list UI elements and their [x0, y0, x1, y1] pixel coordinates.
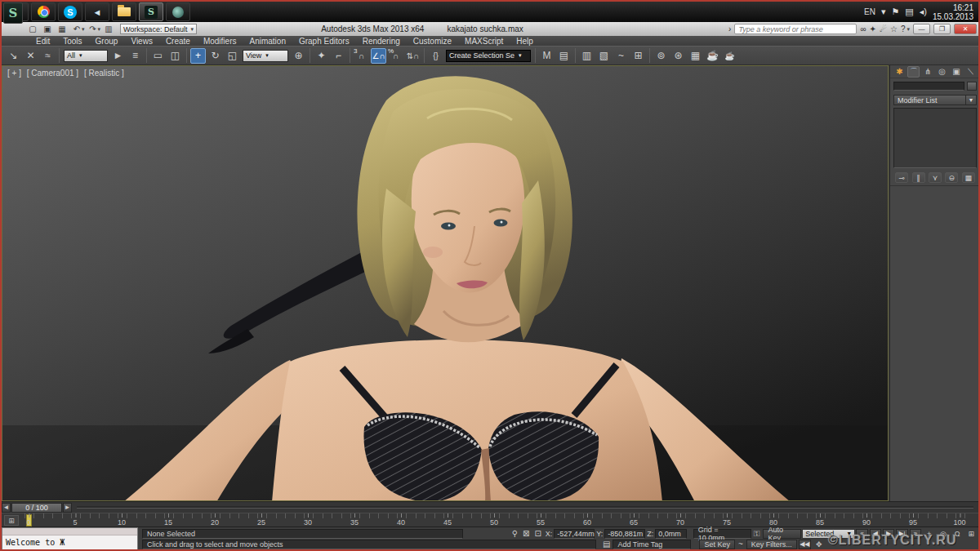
save-file-button[interactable]: ▦ [56, 24, 69, 35]
render-iterative-teapot-icon[interactable]: ☕ [722, 48, 737, 64]
redo-flyout-icon[interactable]: ▾ [98, 26, 101, 33]
configure-modifier-sets-icon[interactable]: ▦ [962, 172, 975, 183]
isolate-selection-icon[interactable]: ⚲ [512, 529, 518, 538]
pin-stack-icon[interactable]: ⊸ [895, 172, 908, 183]
menu-item-modifiers[interactable]: Modifiers [197, 37, 243, 46]
menu-item-help[interactable]: Help [510, 37, 540, 46]
select-object-icon[interactable]: ► [110, 48, 126, 64]
named-selection-set-combo[interactable]: Create Selection Se ▾ [446, 50, 531, 62]
select-and-rotate-icon[interactable]: ↻ [207, 48, 223, 64]
welcome-window[interactable]: Welcome to Ж [2, 527, 138, 550]
camera-viewport[interactable]: [ + ] [ Camera001 ] [ Realistic ] [2, 65, 889, 501]
key-mode-toggle-button[interactable]: ◀◀ [799, 540, 811, 549]
absolute-mode-icon[interactable]: ⊡ [534, 529, 541, 538]
tab-hierarchy[interactable]: ⋔ [922, 66, 934, 78]
screen-capture-icon[interactable] [166, 2, 190, 21]
select-by-name-icon[interactable]: ≡ [127, 48, 143, 64]
menu-item-views[interactable]: Views [124, 37, 159, 46]
time-slider-handle[interactable]: 0 / 100 [11, 503, 62, 513]
time-ruler[interactable]: ⊞ 05101520253035404550556065707580859095… [2, 513, 978, 527]
schematic-view-icon[interactable]: ⊞ [630, 48, 646, 64]
time-tag-note-icon[interactable]: ▤ [603, 540, 610, 549]
network-flag-icon[interactable]: ⚑ [891, 7, 899, 17]
x-coordinate-field[interactable]: -527,44mm [554, 529, 595, 539]
open-file-button[interactable]: ▣ [41, 24, 54, 35]
select-and-link-icon[interactable]: ↘ [6, 48, 21, 64]
workspace-selector[interactable]: Workspace: Default ▾ [120, 24, 197, 34]
maximize-viewport-icon[interactable]: ⊞ [965, 529, 978, 539]
new-scene-button[interactable]: ▢ [26, 24, 39, 35]
project-folder-button[interactable]: ▥ [102, 24, 115, 35]
select-and-move-icon[interactable]: + [190, 48, 206, 64]
align-icon[interactable]: ▤ [556, 48, 572, 64]
object-color-swatch[interactable] [967, 82, 977, 91]
skype-icon[interactable]: S [58, 2, 82, 21]
manage-layers-icon[interactable]: ▥ [579, 48, 595, 64]
explorer-folder-icon[interactable] [112, 2, 136, 21]
unlink-selection-icon[interactable]: ✕ [23, 48, 38, 64]
angle-snap-toggle-icon[interactable]: ∠∩ [371, 48, 386, 64]
minimize-button[interactable]: — [913, 24, 930, 34]
selection-lock-icon[interactable]: ⊠ [523, 529, 529, 538]
restore-button[interactable]: ❐ [933, 24, 951, 34]
menu-item-group[interactable]: Group [89, 37, 125, 46]
menu-item-maxscript[interactable]: MAXScript [458, 37, 510, 46]
previous-frame-arrow[interactable]: ◄ [2, 503, 11, 513]
new-key-curve-icon[interactable]: ~ [738, 540, 743, 549]
subscription-key-icon[interactable]: ✦ [870, 24, 876, 33]
selection-filter-combo[interactable]: All ▾ [64, 50, 108, 62]
auto-key-button[interactable]: Auto Key [763, 529, 801, 539]
search-binoculars-icon[interactable]: ∞ [860, 24, 866, 33]
bind-to-space-warp-icon[interactable]: ≈ [40, 48, 56, 64]
close-button[interactable]: ✕ [954, 24, 977, 34]
z-coordinate-field[interactable]: 0,0mm [655, 529, 686, 539]
render-setup-icon[interactable]: ⊛ [670, 48, 686, 64]
search-expand-icon[interactable]: › [728, 24, 731, 33]
edit-named-selection-sets-icon[interactable]: {} [428, 48, 443, 64]
menu-item-edit[interactable]: Edit [29, 37, 56, 46]
viewport-shading-menu[interactable]: [ Realistic ] [84, 69, 124, 78]
modifier-stack[interactable] [893, 108, 977, 168]
material-editor-icon[interactable]: ⊚ [653, 48, 669, 64]
tab-create[interactable]: ✱ [893, 66, 906, 78]
tab-display[interactable]: ▣ [951, 66, 963, 78]
time-slider-groove[interactable] [77, 506, 973, 509]
key-filters-button[interactable]: Key Filters... [746, 540, 797, 549]
remove-modifier-icon[interactable]: ⊖ [945, 172, 958, 183]
viewport-pov-menu[interactable]: [ Camera001 ] [27, 69, 78, 78]
keyboard-shortcut-override-icon[interactable]: ⌐ [331, 48, 346, 64]
language-indicator[interactable]: EN [864, 7, 875, 16]
pan-viewport-icon[interactable]: ✥ [813, 540, 826, 549]
percent-snap-toggle-icon[interactable]: %∩ [388, 48, 403, 64]
modifier-list-combo[interactable]: Modifier List ▼ [893, 95, 977, 105]
chrome-icon[interactable] [31, 2, 56, 21]
media-player-icon[interactable]: ◄ [85, 2, 109, 21]
y-coordinate-field[interactable]: -850,881m [604, 529, 645, 539]
action-center-icon[interactable]: ▤ [905, 7, 913, 17]
viewport-general-menu[interactable]: [ + ] [7, 69, 21, 78]
reference-coordinate-combo[interactable]: View ▾ [243, 50, 288, 62]
menu-item-customize[interactable]: Customize [407, 37, 458, 46]
rectangular-selection-region-icon[interactable]: ▭ [150, 48, 166, 64]
make-unique-icon[interactable]: ⋎ [929, 172, 942, 183]
menu-item-tools[interactable]: Tools [56, 37, 88, 46]
3ds-max-application-button[interactable]: S [3, 2, 23, 24]
speaker-icon[interactable]: ◂) [920, 7, 927, 17]
next-frame-arrow[interactable]: ► [63, 503, 72, 513]
3ds-max-taskbar-icon[interactable]: S [139, 2, 163, 21]
menu-item-graph-editors[interactable]: Graph Editors [292, 37, 356, 46]
menu-item-animation[interactable]: Animation [243, 37, 292, 46]
select-and-scale-icon[interactable]: ◱ [225, 48, 240, 64]
set-key-button[interactable]: Set Key [699, 540, 735, 549]
object-name-field[interactable] [893, 82, 964, 91]
help-caret-icon[interactable]: ▾ [906, 26, 910, 33]
search-input[interactable] [734, 24, 857, 34]
undo-flyout-icon[interactable]: ▾ [82, 26, 85, 33]
open-mini-curve-editor-button[interactable]: ⊞ [4, 515, 19, 526]
rendered-frame-window-icon[interactable]: ▦ [688, 48, 703, 64]
select-and-manipulate-icon[interactable]: ✦ [314, 48, 329, 64]
window-crossing-icon[interactable]: ◫ [167, 48, 183, 64]
tray-clock[interactable]: 16:21 15.03.2013 [933, 3, 973, 21]
menu-item-rendering[interactable]: Rendering [356, 37, 407, 46]
tab-utilities[interactable]: ⟍ [964, 66, 977, 78]
